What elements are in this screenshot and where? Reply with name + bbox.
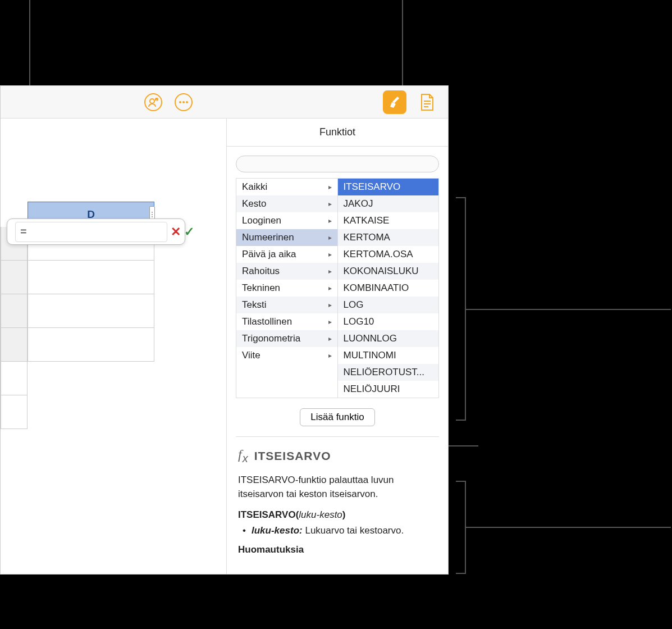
function-item[interactable]: JAKOJ bbox=[338, 195, 439, 212]
function-item[interactable]: LOG bbox=[338, 297, 439, 313]
function-item[interactable]: LOG10 bbox=[338, 313, 439, 330]
row-header[interactable] bbox=[1, 395, 28, 429]
chevron-right-icon: ▸ bbox=[328, 250, 332, 258]
category-item[interactable]: Rahoitus▸ bbox=[236, 263, 337, 280]
category-item[interactable]: Tekninen▸ bbox=[236, 280, 337, 297]
help-description: ITSEISARVO-funktio palauttaa luvun itsei… bbox=[238, 473, 437, 502]
chevron-right-icon: ▸ bbox=[328, 318, 332, 326]
category-label: Teksti bbox=[242, 299, 266, 311]
category-item[interactable]: Teksti▸ bbox=[236, 297, 337, 313]
svg-point-4 bbox=[182, 101, 185, 103]
chevron-right-icon: ▸ bbox=[328, 267, 332, 275]
category-item[interactable]: Kaikki▸ bbox=[236, 179, 337, 195]
category-label: Trigonometria bbox=[242, 333, 300, 344]
function-item[interactable]: KERTOMA.OSA bbox=[338, 246, 439, 263]
sidebar-title: Funktiot bbox=[227, 118, 448, 146]
help-syntax: ITSEISARVO(luku-kesto) bbox=[238, 509, 437, 521]
row-header[interactable] bbox=[1, 261, 28, 294]
function-item[interactable]: KERTOMA bbox=[338, 229, 439, 246]
category-label: Päivä ja aika bbox=[242, 249, 296, 260]
chevron-right-icon: ▸ bbox=[328, 200, 332, 208]
category-label: Rahoitus bbox=[242, 266, 280, 277]
row-header[interactable] bbox=[1, 328, 28, 362]
function-item[interactable]: KOKONAISLUKU bbox=[338, 263, 439, 280]
more-button[interactable] bbox=[174, 93, 193, 112]
function-item[interactable]: NELIÖEROTUST... bbox=[338, 364, 439, 381]
svg-text:+: + bbox=[156, 98, 158, 102]
spreadsheet-area: D bbox=[1, 118, 155, 399]
category-item[interactable]: Kesto▸ bbox=[236, 195, 337, 212]
category-item[interactable]: Numeerinen▸ bbox=[236, 229, 337, 246]
callout-line bbox=[402, 0, 403, 96]
category-label: Looginen bbox=[242, 215, 281, 226]
function-item[interactable]: ITSEISARVO bbox=[338, 179, 439, 195]
more-icon bbox=[175, 93, 193, 111]
chevron-right-icon: ▸ bbox=[328, 352, 332, 359]
formula-input[interactable] bbox=[15, 222, 167, 242]
fx-icon: fx bbox=[238, 447, 249, 465]
document-button[interactable] bbox=[418, 93, 437, 112]
category-item[interactable]: Looginen▸ bbox=[236, 212, 337, 229]
chevron-right-icon: ▸ bbox=[328, 335, 332, 343]
functions-sidebar: Funktiot Kaikki▸Kesto▸Looginen▸Numeerine… bbox=[226, 118, 448, 574]
callout-bracket bbox=[456, 197, 466, 421]
cell[interactable] bbox=[28, 328, 154, 362]
paintbrush-icon bbox=[387, 95, 402, 110]
help-title: fx ITSEISARVO bbox=[238, 447, 437, 465]
chevron-right-icon: ▸ bbox=[328, 301, 332, 309]
collaborate-icon: + bbox=[144, 93, 162, 111]
svg-point-3 bbox=[179, 101, 181, 103]
cancel-button[interactable]: ✕ bbox=[171, 225, 181, 239]
document-icon bbox=[420, 93, 435, 111]
category-list: Kaikki▸Kesto▸Looginen▸Numeerinen▸Päivä j… bbox=[236, 178, 337, 398]
collaborate-button[interactable]: + bbox=[144, 93, 163, 112]
category-item[interactable]: Päivä ja aika▸ bbox=[236, 246, 337, 263]
callout-line bbox=[466, 309, 671, 310]
function-item[interactable]: MULTINOMI bbox=[338, 347, 439, 364]
chevron-right-icon: ▸ bbox=[328, 183, 332, 191]
toolbar: + bbox=[1, 86, 448, 118]
callout-bracket bbox=[456, 481, 466, 574]
row-header[interactable] bbox=[1, 362, 28, 395]
function-item[interactable]: KOMBINAATIO bbox=[338, 280, 439, 297]
format-button[interactable] bbox=[383, 90, 406, 114]
chevron-right-icon: ▸ bbox=[328, 217, 332, 225]
search-input[interactable] bbox=[236, 156, 439, 172]
help-notes-label: Huomautuksia bbox=[238, 544, 437, 555]
callout-line bbox=[466, 527, 671, 528]
checkmark-icon: ✓ bbox=[184, 225, 194, 239]
function-item[interactable]: LUONNLOG bbox=[338, 330, 439, 347]
function-help: fx ITSEISARVO ITSEISARVO-funktio palautt… bbox=[227, 437, 448, 566]
cell[interactable] bbox=[28, 294, 154, 328]
category-label: Tilastollinen bbox=[242, 316, 292, 327]
function-item[interactable]: NELIÖJUURI bbox=[338, 381, 439, 398]
category-label: Tekninen bbox=[242, 282, 280, 294]
category-item[interactable]: Tilastollinen▸ bbox=[236, 313, 337, 330]
help-parameter: luku-kesto: Lukuarvo tai kestoarvo. bbox=[238, 525, 437, 536]
chevron-right-icon: ▸ bbox=[328, 284, 332, 292]
category-label: Numeerinen bbox=[242, 232, 294, 243]
confirm-button[interactable]: ✓ bbox=[184, 225, 194, 239]
svg-point-0 bbox=[150, 99, 154, 103]
cells-grid bbox=[28, 227, 154, 362]
function-list: ITSEISARVOJAKOJKATKAISEKERTOMAKERTOMA.OS… bbox=[337, 178, 440, 398]
category-label: Viite bbox=[242, 350, 260, 361]
close-icon: ✕ bbox=[171, 225, 181, 239]
help-function-name: ITSEISARVO bbox=[254, 449, 331, 463]
cell[interactable] bbox=[28, 261, 154, 294]
insert-function-button[interactable]: Lisää funktio bbox=[300, 408, 374, 426]
function-item[interactable]: KATKAISE bbox=[338, 212, 439, 229]
row-headers bbox=[1, 227, 28, 429]
category-label: Kesto bbox=[242, 198, 266, 209]
category-item[interactable]: Trigonometria▸ bbox=[236, 330, 337, 347]
formula-editor: ✕ ✓ bbox=[7, 218, 185, 245]
svg-point-5 bbox=[186, 101, 188, 103]
row-header[interactable] bbox=[1, 294, 28, 328]
category-label: Kaikki bbox=[242, 181, 267, 193]
chevron-right-icon: ▸ bbox=[328, 234, 332, 241]
app-window: + D bbox=[0, 85, 449, 575]
category-item[interactable]: Viite▸ bbox=[236, 347, 337, 364]
